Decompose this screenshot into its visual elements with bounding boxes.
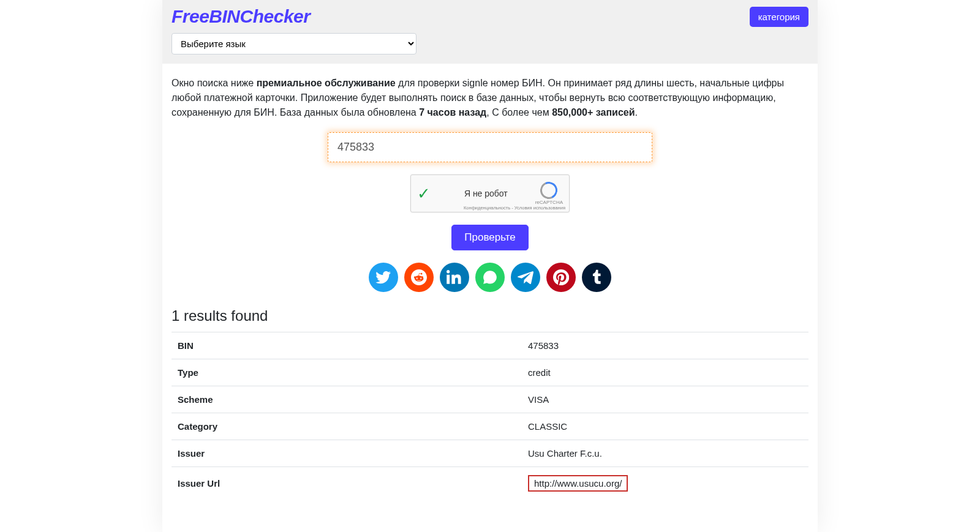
results-table: BIN475833TypecreditSchemeVISACategoryCLA… — [172, 332, 809, 500]
table-label: Scheme — [172, 386, 522, 413]
table-label: BIN — [172, 332, 522, 359]
logo[interactable]: FreeBINChecker — [172, 6, 310, 27]
desc-part: . — [635, 107, 638, 118]
table-label: Type — [172, 359, 522, 386]
category-button[interactable]: категория — [750, 7, 809, 27]
checkmark-icon: ✓ — [417, 184, 431, 203]
table-label: Issuer Url — [172, 467, 522, 500]
table-row: Issuer Urlhttp://www.usucu.org/ — [172, 467, 809, 500]
recaptcha-brand: reCAPTCHA — [535, 200, 563, 205]
pinterest-icon[interactable] — [546, 263, 576, 292]
table-row: Typecredit — [172, 359, 809, 386]
desc-bold: премиальное обслуживание — [257, 78, 396, 88]
twitter-icon[interactable] — [369, 263, 398, 292]
linkedin-icon[interactable] — [440, 263, 469, 292]
results-heading: 1 results found — [172, 307, 809, 324]
language-select[interactable]: Выберите язык — [172, 33, 417, 54]
table-value: http://www.usucu.org/ — [522, 467, 809, 500]
check-button[interactable]: Проверьте — [451, 225, 528, 250]
social-share-row — [172, 263, 809, 292]
desc-bold: 850,000+ записей — [552, 107, 635, 118]
description-text: Окно поиска ниже премиальное обслуживани… — [172, 76, 809, 120]
desc-part: Окно поиска ниже — [172, 78, 257, 88]
header: FreeBINChecker категория Выберите язык — [162, 0, 818, 64]
bin-search-input[interactable] — [328, 132, 652, 162]
tumblr-icon[interactable] — [582, 263, 611, 292]
recaptcha-icon — [540, 182, 557, 199]
table-value: credit — [522, 359, 809, 386]
issuer-url-link[interactable]: http://www.usucu.org/ — [528, 475, 628, 492]
recaptcha-footer: Конфиденциальность - Условия использован… — [464, 205, 565, 211]
desc-bold: 7 часов назад — [419, 107, 486, 118]
whatsapp-icon[interactable] — [475, 263, 505, 292]
recaptcha-badge: reCAPTCHA — [535, 182, 563, 205]
table-label: Category — [172, 413, 522, 440]
table-row: BIN475833 — [172, 332, 809, 359]
table-label: Issuer — [172, 440, 522, 467]
table-value: CLASSIC — [522, 413, 809, 440]
table-value: VISA — [522, 386, 809, 413]
telegram-icon[interactable] — [511, 263, 540, 292]
recaptcha-label: Я не робот — [437, 189, 535, 198]
table-row: SchemeVISA — [172, 386, 809, 413]
table-value: 475833 — [522, 332, 809, 359]
desc-part: , С более чем — [486, 107, 552, 118]
table-row: CategoryCLASSIC — [172, 413, 809, 440]
recaptcha-widget[interactable]: ✓ Я не робот reCAPTCHA Конфиденциальност… — [410, 174, 570, 212]
table-row: IssuerUsu Charter F.c.u. — [172, 440, 809, 467]
reddit-icon[interactable] — [404, 263, 434, 292]
table-value: Usu Charter F.c.u. — [522, 440, 809, 467]
